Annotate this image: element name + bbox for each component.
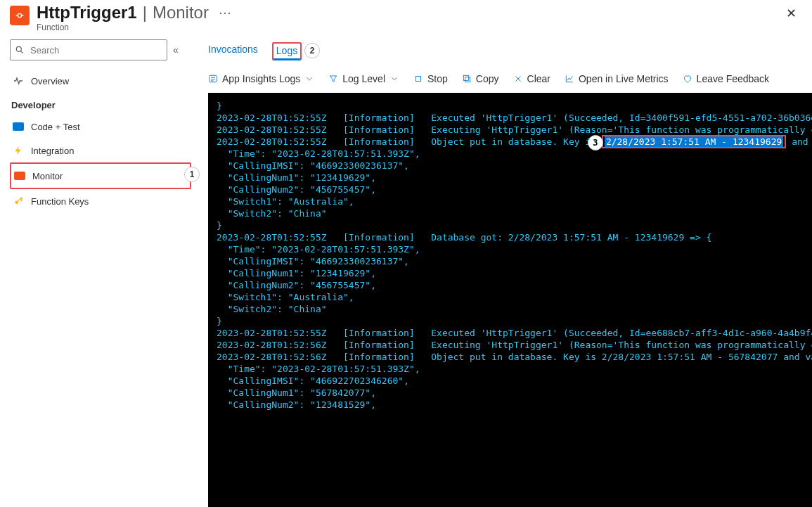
code-icon bbox=[13, 122, 24, 131]
stop-button[interactable]: Stop bbox=[413, 73, 448, 84]
open-live-metrics-button[interactable]: Open in Live Metrics bbox=[565, 73, 669, 84]
log-toolbar: App Insights Logs Log Level Stop Copy bbox=[208, 60, 812, 93]
tbtn-label: Clear bbox=[527, 73, 550, 84]
chart-icon bbox=[565, 74, 574, 84]
sidebar-item-label: Overview bbox=[31, 76, 69, 86]
tabs: Invocations Logs 2 bbox=[208, 37, 812, 60]
tbtn-label: Leave Feedback bbox=[697, 73, 770, 84]
clear-button[interactable]: Clear bbox=[513, 73, 550, 84]
log-text-post: and value is { "Time": "2023-02-28T01:57… bbox=[217, 136, 812, 410]
function-icon bbox=[10, 6, 30, 25]
log-highlight-text: 2/28/2023 1:57:51 AM - 123419629 bbox=[606, 136, 782, 147]
sidebar: « Overview Developer Code + Test Integra… bbox=[0, 32, 191, 507]
close-button[interactable]: ✕ bbox=[780, 3, 802, 24]
sidebar-item-label: Integration bbox=[31, 146, 74, 156]
page-header: HttpTrigger1 | Monitor ⋯ Function ✕ bbox=[0, 0, 812, 32]
lightning-icon bbox=[13, 146, 24, 155]
subtitle: Function bbox=[37, 23, 231, 32]
svg-rect-3 bbox=[416, 77, 421, 82]
app-insights-logs-button[interactable]: App Insights Logs bbox=[208, 73, 314, 84]
callout-badge-2: 2 bbox=[304, 43, 320, 58]
tab-invocations[interactable]: Invocations bbox=[208, 44, 258, 60]
monitor-icon bbox=[14, 172, 25, 180]
sidebar-item-overview[interactable]: Overview bbox=[10, 69, 191, 93]
chevron-down-icon bbox=[304, 74, 314, 84]
tbtn-label: Stop bbox=[427, 73, 448, 84]
tab-logs[interactable]: Logs bbox=[272, 42, 302, 60]
copy-button[interactable]: Copy bbox=[462, 73, 499, 84]
function-name: HttpTrigger1 bbox=[37, 3, 137, 23]
heart-icon bbox=[683, 74, 692, 84]
list-icon bbox=[208, 74, 218, 84]
leave-feedback-button[interactable]: Leave Feedback bbox=[683, 73, 770, 84]
more-actions-button[interactable]: ⋯ bbox=[219, 5, 231, 20]
tbtn-label: Log Level bbox=[342, 73, 385, 84]
tbtn-label: Open in Live Metrics bbox=[579, 73, 669, 84]
collapse-sidebar-button[interactable]: « bbox=[173, 44, 179, 56]
tbtn-label: Copy bbox=[476, 73, 499, 84]
log-console[interactable]: } 2023-02-28T01:52:55Z [Information] Exe… bbox=[208, 93, 812, 507]
log-highlight: 32/28/2023 1:57:51 AM - 123419629 bbox=[602, 135, 786, 148]
callout-badge-3: 3 bbox=[588, 135, 603, 150]
sidebar-item-integration[interactable]: Integration bbox=[10, 139, 191, 162]
stop-icon bbox=[413, 74, 423, 84]
sidebar-item-function-keys[interactable]: Function Keys bbox=[10, 189, 191, 213]
search-box[interactable] bbox=[10, 39, 167, 60]
callout-badge-1: 1 bbox=[184, 167, 200, 182]
search-input[interactable] bbox=[29, 44, 162, 56]
sidebar-item-label: Function Keys bbox=[31, 196, 89, 207]
svg-point-1 bbox=[15, 200, 18, 204]
page-title: Monitor bbox=[153, 3, 209, 23]
tbtn-label: App Insights Logs bbox=[222, 73, 300, 84]
sidebar-item-label: Monitor bbox=[32, 171, 63, 181]
filter-icon bbox=[328, 74, 338, 84]
sidebar-item-label: Code + Test bbox=[31, 122, 80, 132]
title-separator: | bbox=[143, 3, 147, 23]
log-level-button[interactable]: Log Level bbox=[328, 73, 399, 84]
sidebar-section-developer: Developer bbox=[11, 100, 191, 110]
pulse-icon bbox=[13, 75, 24, 86]
main-content: Invocations Logs 2 App Insights Logs Log… bbox=[191, 32, 812, 507]
svg-rect-5 bbox=[463, 75, 468, 80]
svg-point-0 bbox=[16, 46, 21, 51]
copy-icon bbox=[462, 74, 472, 84]
clear-icon bbox=[513, 74, 523, 84]
search-icon bbox=[15, 45, 25, 55]
sidebar-item-code-test[interactable]: Code + Test bbox=[10, 115, 191, 139]
key-icon bbox=[13, 196, 24, 206]
chevron-down-icon bbox=[389, 74, 399, 84]
svg-rect-4 bbox=[465, 77, 470, 82]
sidebar-item-monitor[interactable]: Monitor 1 bbox=[10, 162, 191, 189]
